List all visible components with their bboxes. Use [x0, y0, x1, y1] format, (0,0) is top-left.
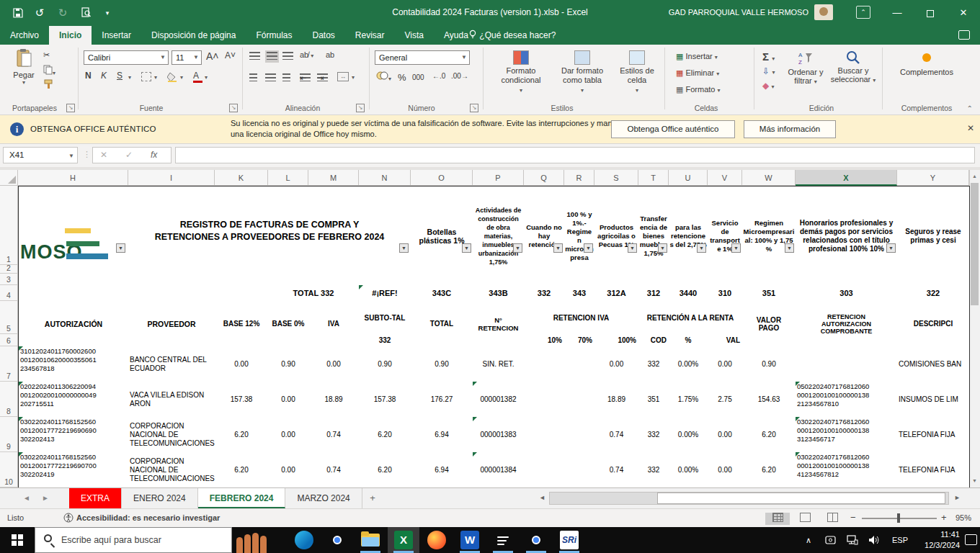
cell-X10[interactable]: 0302202407176812060 0001200100100000138 …	[796, 452, 898, 487]
banner-close-icon[interactable]: ✕	[967, 123, 974, 133]
format-cells-button[interactable]: ▦ Formato ▾	[676, 85, 721, 94]
taskbar-word-icon[interactable]: W	[454, 527, 486, 553]
get-office-button[interactable]: Obtenga Office auténtico	[611, 120, 735, 138]
formula-input[interactable]	[175, 147, 975, 163]
italic-button[interactable]: K	[101, 71, 107, 81]
merge-center-icon[interactable]: ↔	[337, 72, 349, 81]
header-iva[interactable]: IVA	[308, 301, 360, 347]
autosum-icon[interactable]: Σ ▾	[762, 50, 775, 63]
insert-cells-button[interactable]: ▦ Insertar ▾	[676, 52, 718, 61]
horizontal-scroll-thumb[interactable]	[657, 493, 945, 504]
cell-S8[interactable]: 18.89	[594, 382, 639, 418]
cell-N7[interactable]: 0.90	[359, 346, 411, 382]
cell-K7[interactable]: 0.00	[215, 346, 269, 382]
cell-M7[interactable]: 0.00	[308, 346, 360, 382]
ribbon-display-options-icon[interactable]: ⌃	[856, 6, 870, 19]
number-format-select[interactable]: General▼	[375, 50, 470, 65]
cell-O9[interactable]: 6.94	[411, 417, 473, 453]
cell-V7[interactable]: 0.00	[708, 346, 743, 382]
cell-W8[interactable]: 154.63	[742, 382, 796, 418]
cell-K9[interactable]: 6.20	[215, 417, 269, 453]
cell-L9[interactable]: 0.00	[268, 417, 309, 453]
cell-I9[interactable]: CORPORACION NACIONAL DE TELECOMUNICACION…	[128, 417, 215, 453]
underline-button[interactable]: S	[117, 71, 122, 81]
cell-P10[interactable]: 000001384	[473, 452, 525, 487]
close-button[interactable]: ✕	[947, 0, 980, 26]
hscroll-left-icon[interactable]: ◄	[539, 494, 545, 501]
cell-L7[interactable]: 0.90	[268, 346, 309, 382]
taskbar-firefox-icon[interactable]	[421, 527, 453, 553]
borders-dropdown-icon[interactable]: ▾	[154, 74, 157, 81]
taskbar-search-box[interactable]: Escribe aquí para buscar	[35, 527, 232, 553]
cell-T9[interactable]: 332	[638, 417, 669, 453]
search-highlights-image[interactable]	[232, 527, 270, 553]
cell-R9[interactable]	[564, 417, 595, 453]
cell-U8[interactable]: 1.75%	[669, 382, 708, 418]
header-total[interactable]: TOTAL	[411, 301, 473, 347]
cell-T8[interactable]: 351	[638, 382, 669, 418]
row-header-6[interactable]: 6	[0, 334, 18, 346]
addins-button[interactable]: Complementos	[891, 50, 963, 76]
column-header-W[interactable]: W	[742, 170, 796, 186]
insert-function-icon[interactable]: fx	[151, 150, 157, 160]
cell-N9[interactable]: 6.20	[359, 417, 411, 453]
cell-V8[interactable]: 2.75	[708, 382, 743, 418]
filter-icon-Q[interactable]: ▼	[553, 243, 563, 253]
cell-I8[interactable]: VACA VILELA EDISON ARON	[128, 382, 215, 418]
tall-header-Q[interactable]: Cuando no hay retención▼	[524, 186, 565, 286]
sheet-tab-extra[interactable]: EXTRA	[69, 488, 122, 508]
font-color-icon[interactable]: A	[193, 71, 202, 83]
cell-Q9[interactable]	[524, 417, 565, 453]
header-base12[interactable]: BASE 12%	[215, 301, 269, 347]
decrease-decimal-icon[interactable]: .00→	[451, 72, 468, 80]
align-center-icon[interactable]	[265, 73, 276, 83]
cell-H7[interactable]: 31012024011760002600 0012001062000035506…	[18, 346, 129, 382]
cell-H10[interactable]: 03022024011768152560 0012001777221969070…	[18, 452, 129, 487]
column-header-O[interactable]: O	[411, 170, 473, 186]
tall-header-X[interactable]: Honorarios profesionales y demás pagos p…	[796, 186, 898, 286]
more-info-button[interactable]: Más información	[744, 120, 836, 138]
header-ret-70[interactable]: 70%	[564, 334, 595, 347]
filter-icon-P[interactable]: ▼	[513, 243, 522, 253]
header-retencion-autorizacion[interactable]: RETENCION AUTORIZACION COMPROBANTE	[796, 301, 898, 347]
zoom-level[interactable]: 95%	[956, 513, 971, 522]
column-header-R[interactable]: R	[564, 170, 594, 186]
taskbar-excel-icon[interactable]: X	[388, 527, 419, 553]
user-avatar[interactable]	[814, 4, 833, 20]
cell-S7[interactable]: 0.00	[594, 346, 639, 382]
row-header-1[interactable]: 1	[0, 186, 18, 265]
start-button[interactable]	[0, 527, 35, 553]
header-retencion-renta[interactable]: RETENCIÓN A LA RENTA	[638, 301, 743, 335]
cell-V9[interactable]: 0.00	[708, 417, 743, 453]
comma-style-icon[interactable]: 000	[412, 73, 424, 81]
scroll-up-icon[interactable]: ▲	[970, 171, 979, 182]
cell-R4[interactable]: 343	[564, 285, 595, 302]
tall-header-O[interactable]: Botellas plásticas 1%▼	[411, 186, 473, 286]
cell-U4[interactable]: 3440	[669, 285, 708, 302]
cell-P8[interactable]: 000001382	[473, 382, 525, 418]
scroll-down-icon[interactable]: ▼	[970, 475, 979, 487]
copy-icon[interactable]: ▾	[43, 65, 55, 76]
align-top-icon[interactable]	[249, 52, 260, 61]
row-header-5[interactable]: 5	[0, 301, 18, 334]
cell-X8[interactable]: 0502202407176812060 0001200100100000138 …	[796, 382, 898, 418]
logo-cell[interactable]: MOSO▼	[18, 186, 129, 286]
cell-U10[interactable]: 0.00%	[669, 452, 708, 487]
new-sheet-button[interactable]: +	[366, 492, 379, 505]
sheet-prev-icon[interactable]: ◄	[23, 494, 30, 502]
filter-icon-R[interactable]: ▼	[584, 243, 593, 253]
format-as-table-button[interactable]: Dar formato como tabla▾	[552, 50, 612, 94]
underline-dropdown-icon[interactable]: ▾	[128, 74, 131, 81]
filter-icon-X[interactable]: ▼	[886, 243, 896, 253]
header-proveedor[interactable]: PROVEEDOR	[128, 301, 215, 347]
increase-indent-icon[interactable]: ⇥	[317, 73, 328, 82]
tall-header-T[interactable]: Transferencia de bienes muebles 1,75%▼	[638, 186, 669, 286]
cell-T4[interactable]: 312	[638, 285, 669, 302]
paste-button[interactable]: Pegar▾	[7, 49, 40, 86]
row-header-2[interactable]: 2	[0, 265, 18, 274]
borders-icon[interactable]	[141, 72, 151, 81]
font-dialog-launcher[interactable]: ↘	[229, 104, 238, 112]
cell-Y8[interactable]: INSUMOS DE LIM	[897, 382, 970, 418]
filter-icon-S[interactable]: ▼	[628, 243, 637, 253]
header-autorizacion[interactable]: AUTORIZACIÓN	[18, 301, 129, 347]
